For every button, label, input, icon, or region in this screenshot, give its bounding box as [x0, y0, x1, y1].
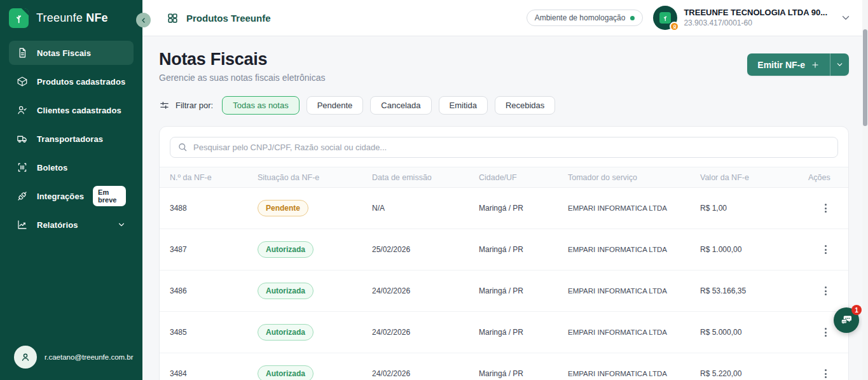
- search-bar: [170, 137, 838, 158]
- page-content: Notas Fiscais Gerencie as suas notas fis…: [142, 36, 868, 380]
- sidebar-item-boletos[interactable]: Boletos: [9, 155, 134, 179]
- status-badge: Pendente: [258, 200, 308, 216]
- barcode-icon: [17, 162, 28, 173]
- package-icon: [17, 76, 28, 87]
- user-icon: [20, 351, 31, 363]
- nfe-value: R$ 53.166,35: [700, 286, 808, 295]
- chat-unread-badge: 1: [851, 305, 862, 315]
- company-name: TREEUNFE TECNOLOGIA LTDA 90...: [684, 8, 827, 18]
- sidebar-item-produtos[interactable]: Produtos cadastrados: [9, 69, 134, 94]
- nfe-number: 3485: [170, 328, 258, 337]
- company-selector[interactable]: TREEUNFE TECNOLOGIA LTDA 90... 23.903.41…: [653, 6, 851, 30]
- nfe-value: R$ 5.220,00: [700, 369, 808, 378]
- emission-date: 25/02/2026: [372, 245, 479, 254]
- scrollbar-thumb[interactable]: [863, 29, 867, 126]
- topbar-left: Produtos Treeunfe: [167, 12, 271, 24]
- service-taker: EMPARI INFORMATICA LTDA: [568, 204, 700, 212]
- emit-nfe-split-button: Emitir NF-e: [747, 53, 849, 76]
- sidebar-item-clientes[interactable]: Clientes cadastrados: [9, 98, 134, 122]
- topbar-right: Ambiente de homologação: [527, 6, 851, 30]
- emit-nfe-button[interactable]: Emitir NF-e: [747, 53, 830, 76]
- brand-logo-icon: [659, 12, 671, 24]
- em-breve-badge: Em breve: [93, 186, 126, 206]
- search-icon: [177, 142, 188, 152]
- city-uf: Maringá / PR: [479, 369, 568, 378]
- nfe-value: R$ 5.000,00: [700, 328, 808, 337]
- column-header: N.º da NF-e: [170, 173, 258, 182]
- filter-chip-pendente[interactable]: Pendente: [307, 96, 364, 115]
- table-row: 3484 Autorizada 24/02/2026 Maringá / PR …: [160, 353, 848, 380]
- sidebar-collapse-button[interactable]: [136, 13, 151, 27]
- page-subtitle: Gerencie as suas notas fiscais eletrônic…: [159, 73, 325, 83]
- filter-chip-emitida[interactable]: Emitida: [439, 96, 488, 115]
- document-icon: [17, 47, 28, 59]
- page-header: Notas Fiscais Gerencie as suas notas fis…: [159, 50, 849, 83]
- column-header: Data de emissão: [372, 173, 479, 182]
- table-row: 3487 Autorizada 25/02/2026 Maringá / PR …: [160, 229, 848, 271]
- environment-badge: Ambiente de homologação: [527, 10, 644, 26]
- environment-badge-label: Ambiente de homologação: [535, 13, 626, 22]
- brand-name-regular: Treeunfe: [36, 11, 83, 24]
- city-uf: Maringá / PR: [479, 328, 568, 337]
- chart-icon: [17, 219, 28, 230]
- filter-chip-cancelada[interactable]: Cancelada: [370, 96, 431, 115]
- nfe-value: R$ 1.000,00: [700, 245, 808, 254]
- chevron-down-icon: [117, 220, 126, 229]
- apps-grid-icon: [167, 12, 179, 24]
- sidebar-item-label: Produtos cadastrados: [37, 77, 125, 87]
- status-badge: Autorizada: [258, 241, 313, 258]
- city-uf: Maringá / PR: [479, 286, 568, 295]
- emit-nfe-label: Emitir NF-e: [757, 60, 805, 70]
- page-scrollbar: [862, 0, 868, 380]
- filter-bar: Filtrar por: Todas as notas Pendente Can…: [159, 96, 849, 115]
- row-actions-menu-icon[interactable]: [817, 200, 834, 216]
- city-uf: Maringá / PR: [479, 204, 568, 213]
- search-input[interactable]: [170, 137, 838, 158]
- app-root: Treeunfe NFe Notas Fiscais Produtos cada…: [0, 0, 868, 380]
- user-email: r.caetano@treeunfe.com.br: [45, 353, 134, 361]
- row-actions-menu-icon[interactable]: [817, 241, 834, 258]
- status-badge: Autorizada: [258, 283, 313, 299]
- sidebar-item-label: Relatórios: [37, 220, 78, 230]
- invoices-card: N.º da NF-e Situação da NF-e Data de emi…: [159, 126, 849, 380]
- status-badge: Autorizada: [258, 365, 313, 380]
- sidebar-item-relatorios[interactable]: Relatórios: [9, 213, 134, 237]
- chat-fab-button[interactable]: 1: [834, 307, 859, 333]
- nfe-number: 3486: [170, 286, 258, 295]
- row-actions-menu-icon[interactable]: [817, 283, 834, 299]
- sidebar-item-notas-fiscais[interactable]: Notas Fiscais: [9, 41, 134, 65]
- nfe-number: 3484: [170, 369, 258, 378]
- table-row: 3485 Autorizada 24/02/2026 Maringá / PR …: [160, 312, 848, 353]
- column-header: Situação da NF-e: [258, 173, 372, 182]
- service-taker: EMPARI INFORMATICA LTDA: [568, 370, 700, 377]
- column-header: Ações: [808, 173, 838, 182]
- emit-nfe-dropdown-button[interactable]: [830, 53, 849, 76]
- sidebar-item-label: Boletos: [37, 163, 67, 172]
- emission-date: N/A: [372, 204, 479, 213]
- sidebar-item-transportadoras[interactable]: Transportadoras: [9, 127, 134, 151]
- page-title: Notas Fiscais: [159, 50, 325, 69]
- column-header: Cidade/UF: [479, 173, 568, 182]
- topbar: Produtos Treeunfe Ambiente de homologaçã…: [142, 0, 868, 36]
- filter-chip-todas[interactable]: Todas as notas: [222, 96, 299, 115]
- filter-chip-recebidas[interactable]: Recebidas: [495, 96, 555, 115]
- plug-icon: [17, 190, 28, 202]
- truck-icon: [17, 133, 28, 144]
- emission-date: 24/02/2026: [372, 286, 479, 295]
- row-actions-menu-icon[interactable]: [817, 365, 834, 380]
- filter-label-text: Filtrar por:: [176, 101, 213, 110]
- certificate-badge-icon: [670, 22, 679, 31]
- sidebar-item-label: Notas Fiscais: [37, 48, 91, 58]
- company-info: TREEUNFE TECNOLOGIA LTDA 90... 23.903.41…: [684, 8, 827, 27]
- company-cnpj: 23.903.417/0001-60: [684, 18, 827, 28]
- row-actions-menu-icon[interactable]: [817, 324, 834, 341]
- column-header: Tomador do serviço: [568, 173, 700, 182]
- chevron-down-icon: [840, 12, 851, 24]
- user-account[interactable]: r.caetano@treeunfe.com.br: [0, 337, 142, 380]
- sidebar-item-label: Integrações: [37, 192, 84, 201]
- service-taker: EMPARI INFORMATICA LTDA: [568, 287, 700, 295]
- sidebar-item-integracoes[interactable]: Integrações Em breve: [9, 184, 134, 208]
- brand-name-bold: NFe: [86, 11, 108, 24]
- emission-date: 24/02/2026: [372, 328, 479, 337]
- table-header: N.º da NF-e Situação da NF-e Data de emi…: [160, 167, 848, 188]
